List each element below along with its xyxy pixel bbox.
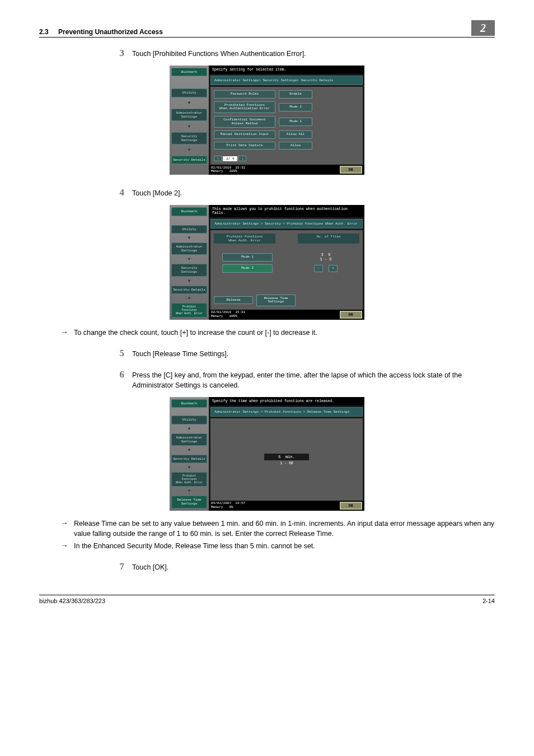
page-up-button[interactable]: ↑ xyxy=(214,156,222,161)
security-details-tab[interactable]: Security Details xyxy=(171,455,207,463)
manual-dest-button[interactable]: Manual Destination Input xyxy=(214,130,275,139)
prohibit-functions-tab[interactable]: Prohibit Functions When Auth. Error xyxy=(171,303,207,318)
print-capture-button[interactable]: Print Data Capture xyxy=(214,142,275,150)
bullet-text: Release Time can be set to any value bet… xyxy=(74,519,495,539)
minus-button[interactable]: − xyxy=(314,265,323,272)
admin-settings-tab[interactable]: Administrator Settings xyxy=(171,109,207,121)
mode1-button[interactable]: Mode 1 xyxy=(222,253,273,262)
status-bar: 02/01/2010 15:31 Memory 100% xyxy=(211,166,245,174)
ok-button[interactable]: OK xyxy=(340,311,362,319)
step-number: 5 xyxy=(111,348,132,359)
page-footer: bizhub 423/363/283/223 2-14 xyxy=(39,595,495,604)
security-settings-tab[interactable]: Security Settings xyxy=(171,132,207,144)
section-title: Preventing Unauthorized Access xyxy=(58,28,163,36)
breadcrumb: Administrator Settings > Security > Proh… xyxy=(210,219,363,228)
step-number: 4 xyxy=(111,187,132,198)
screen-instruction: This mode allows you to prohibit functio… xyxy=(209,205,364,217)
release-time-value: 5 min. 1 - 60 xyxy=(264,454,309,465)
chevron-down-icon: ▼ xyxy=(171,124,207,129)
security-settings-tab[interactable]: Security Settings xyxy=(171,264,207,276)
screenshot-release-time: Bookmark Utility ▼ Administrator Setting… xyxy=(170,397,364,510)
step-5: 5 Touch [Release Time Settings]. xyxy=(111,348,495,359)
page-indicator: 1/ 4 xyxy=(223,156,237,161)
bookmark-tab[interactable]: Bookmark xyxy=(171,68,207,76)
step-text: Touch [Prohibited Functions When Authent… xyxy=(132,48,495,59)
arrow-icon: → xyxy=(60,541,74,551)
screen-instruction: Specify setting for selected item. xyxy=(209,66,364,74)
bullet-text: In the Enhanced Security Mode, Release T… xyxy=(74,541,495,551)
chevron-down-icon: ▼ xyxy=(171,279,207,283)
step-number: 6 xyxy=(111,369,132,390)
confidential-doc-button[interactable]: Confidential Document Access Method xyxy=(214,116,275,128)
security-details-tab[interactable]: Security Details xyxy=(171,286,207,294)
release-button[interactable]: Release xyxy=(214,296,253,305)
step-4: 4 Touch [Mode 2]. xyxy=(111,187,495,198)
confidential-doc-value[interactable]: Mode 1 xyxy=(279,118,312,126)
prohibit-functions-tab[interactable]: Prohibit Functions When Auth. Error xyxy=(171,472,207,487)
chevron-down-icon: ▼ xyxy=(171,236,207,240)
admin-settings-tab[interactable]: Administrator Settings xyxy=(171,242,207,255)
bookmark-tab[interactable]: Bookmark xyxy=(171,399,207,408)
print-capture-value[interactable]: Allow xyxy=(279,142,312,150)
chevron-down-icon: ▼ xyxy=(171,101,207,105)
bullet: → Release Time can be set to any value b… xyxy=(60,519,495,539)
prohibited-functions-button[interactable]: Prohibited Functions When Authentication… xyxy=(214,101,275,113)
step-text: Touch [Release Time Settings]. xyxy=(132,348,495,359)
utility-tab[interactable]: Utility xyxy=(171,225,207,234)
mode2-button[interactable]: Mode 2 xyxy=(222,264,273,273)
ok-button[interactable]: OK xyxy=(340,502,362,510)
chevron-down-icon: ▼ xyxy=(171,465,207,470)
chevron-down-icon: ▼ xyxy=(171,489,207,493)
step-number: 3 xyxy=(111,48,132,59)
utility-tab[interactable]: Utility xyxy=(171,416,207,424)
screenshot-security-details: Bookmark Utility ▼ Administrator Setting… xyxy=(170,66,364,175)
password-rules-value[interactable]: Enable xyxy=(279,90,312,99)
chapter-badge: 2 xyxy=(471,20,495,36)
bullet-text: To change the check count, touch [+] to … xyxy=(74,328,495,338)
step-3: 3 Touch [Prohibited Functions When Authe… xyxy=(111,48,495,59)
breadcrumb: Administrator Settings > Prohibit Functi… xyxy=(210,407,363,417)
screen-instruction: Specify the time when prohibited functio… xyxy=(209,397,364,405)
page-down-button[interactable]: ↓ xyxy=(238,156,246,161)
release-time-tab[interactable]: Release Time Settings xyxy=(171,496,207,508)
bookmark-tab[interactable]: Bookmark xyxy=(171,207,207,216)
chevron-down-icon: ▼ xyxy=(171,448,207,452)
ok-button[interactable]: OK xyxy=(340,166,362,174)
screenshot-prohibit-functions: Bookmark Utility ▼ Administrator Setting… xyxy=(170,205,364,319)
step-number: 7 xyxy=(111,561,132,572)
tries-display: 3 X 1 - 5 xyxy=(301,253,351,262)
status-bar: 02/01/2010 15:31 Memory 100% xyxy=(211,311,245,318)
column-header: No. of Tries xyxy=(298,234,359,244)
chevron-down-icon: ▼ xyxy=(171,148,207,152)
step-text: Touch [OK]. xyxy=(132,561,495,572)
bullet: → To change the check count, touch [+] t… xyxy=(60,328,495,338)
security-details-tab[interactable]: Security Details xyxy=(171,156,207,164)
release-time-settings-button[interactable]: Release Time Settings xyxy=(256,295,296,306)
bullet: → In the Enhanced Security Mode, Release… xyxy=(60,541,495,551)
section-number: 2.3 xyxy=(39,28,49,36)
step-6: 6 Press the [C] key and, from the keypad… xyxy=(111,369,495,390)
section-heading: 2.3 Preventing Unauthorized Access xyxy=(39,28,163,36)
utility-tab[interactable]: Utility xyxy=(171,88,207,97)
step-7: 7 Touch [OK]. xyxy=(111,561,495,572)
page-header: 2.3 Preventing Unauthorized Access 2 xyxy=(39,20,495,38)
chevron-down-icon: ▼ xyxy=(171,427,207,431)
chevron-down-icon: ▼ xyxy=(171,296,207,301)
column-header: Prohibit Functions When Auth. Error xyxy=(214,234,275,244)
step-text: Touch [Mode 2]. xyxy=(132,187,495,198)
arrow-icon: → xyxy=(60,519,74,539)
admin-settings-tab[interactable]: Administrator Settings xyxy=(171,433,207,446)
status-bar: 04/02/2007 14:57 Memory 0% xyxy=(211,502,245,509)
plus-button[interactable]: + xyxy=(329,265,338,272)
password-rules-button[interactable]: Password Rules xyxy=(214,90,275,99)
step-text: Press the [C] key and, from the keypad, … xyxy=(132,369,495,390)
arrow-icon: → xyxy=(60,328,74,338)
breadcrumb: Administrator Settings> Security Setting… xyxy=(210,76,363,85)
prohibited-functions-value[interactable]: Mode 1 xyxy=(279,103,312,111)
chevron-down-icon: ▼ xyxy=(171,257,207,262)
footer-left: bizhub 423/363/283/223 xyxy=(39,598,105,604)
manual-dest-value[interactable]: Allow All xyxy=(279,130,312,139)
footer-right: 2-14 xyxy=(483,598,495,604)
